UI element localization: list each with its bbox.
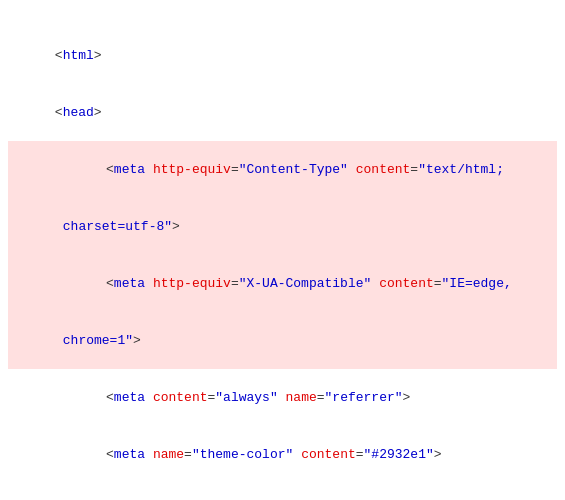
meta-ua-line2: chrome=1"> — [8, 312, 557, 369]
html-open-line: <html> — [8, 27, 557, 84]
meta-content-type-line2: charset=utf-8"> — [8, 198, 557, 255]
meta-theme-line: <meta name="theme-color" content="#2932e… — [8, 426, 557, 483]
blank-line — [8, 8, 557, 27]
meta-ua-line: <meta http-equiv="X-UA-Compatible" conte… — [8, 255, 557, 312]
code-view: <html> <head> <meta http-equiv="Content-… — [0, 0, 565, 500]
code-block: <html> <head> <meta http-equiv="Content-… — [0, 4, 565, 500]
meta-desc-line: <meta name="description" content="全球领先的中… — [8, 483, 557, 500]
meta-content-type-line: <meta http-equiv="Content-Type" content=… — [8, 141, 557, 198]
head-open-line: <head> — [8, 84, 557, 141]
meta-referrer-line: <meta content="always" name="referrer"> — [8, 369, 557, 426]
